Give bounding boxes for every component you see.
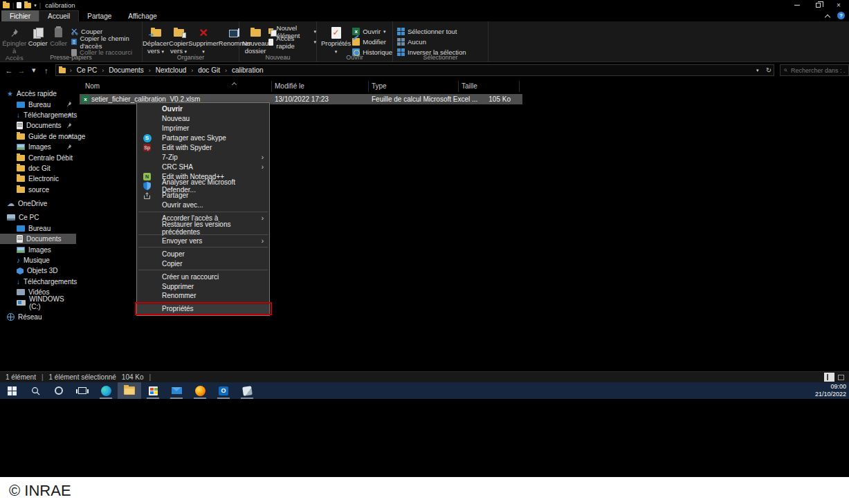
select-none-button[interactable]: Aucun [397,37,466,46]
copy-path-button[interactable]: Copier le chemin d'accès [71,37,142,46]
properties-button[interactable]: Propriétés▾ [320,24,352,55]
restore-button[interactable] [807,0,828,10]
menu-item-imprimer[interactable]: Imprimer [137,124,269,133]
sidebar-item-images[interactable]: Images [0,244,76,254]
sidebar-item-documents[interactable]: Documents [0,234,76,244]
edit-button[interactable]: Modifier [352,37,392,46]
cortana-button[interactable] [47,382,71,399]
sidebar-item-doc-git[interactable]: doc Git [0,163,76,174]
menu-item-creer-raccourci[interactable]: Créer un raccourci [137,272,269,281]
sidebar-item-reseau[interactable]: Réseau [0,312,76,322]
start-button[interactable] [0,382,24,399]
column-header-modifie[interactable]: Modifié le [275,82,304,90]
menu-item-renommer[interactable]: Renommer [137,291,269,301]
menu-item-restaurer-versions[interactable]: Restaurer les versions précédentes [137,223,269,233]
sidebar-item-telechargements-qa[interactable]: ↓Téléchargements [0,110,76,120]
menu-item-crc-sha[interactable]: CRC SHA› [137,162,269,171]
taskbar-edge-button[interactable] [94,382,118,399]
sidebar-item-musique[interactable]: ♪Musique [0,255,76,265]
tab-affichage[interactable]: Affichage [120,10,165,21]
menu-item-couper[interactable]: Couper [137,249,269,259]
up-button[interactable]: ↑ [40,66,53,75]
menu-item-envoyer-vers[interactable]: Envoyer vers› [137,236,269,246]
quick-access-button[interactable]: Accès rapide▾ [268,37,316,46]
address-dropdown-icon[interactable]: ▾ [756,68,759,73]
sidebar-item-documents-qa[interactable]: Documents [0,120,76,131]
breadcrumb-documents[interactable]: Documents [109,66,144,74]
copy-button[interactable]: Copier [27,24,48,48]
new-folder-button[interactable]: Nouveaudossier [242,24,268,55]
move-to-button[interactable]: ➜ Déplacervers ▾ [143,24,169,55]
folder-icon [17,187,25,193]
large-icons-view-button[interactable] [836,373,846,382]
taskbar-store-button[interactable] [141,382,165,399]
menu-item-partager-skype[interactable]: S Partager avec Skype [137,133,269,143]
delete-button[interactable]: × Supprimer ▾ [188,24,219,55]
breadcrumb-ce-pc[interactable]: Ce PC [77,66,97,74]
sidebar-item-windows-c[interactable]: WINDOWS (C:) [0,297,76,308]
breadcrumb-nextcloud[interactable]: Nextcloud [156,66,186,74]
menu-item-ouvrir-avec[interactable]: Ouvrir avec... [137,200,269,210]
task-view-button[interactable] [71,382,94,399]
breadcrumb-doc-git[interactable]: doc Git [198,66,220,74]
select-all-button[interactable]: Sélectionner tout [397,27,466,36]
search-input[interactable] [791,67,845,74]
address-field[interactable]: › Ce PC › Documents › Nextcloud › doc Gi… [55,64,774,76]
help-icon[interactable]: ? [837,12,845,19]
tab-accueil[interactable]: Accueil [39,10,79,21]
taskbar-mail-button[interactable] [165,382,188,399]
sidebar-item-centrale-debit[interactable]: Centrale Débit [0,152,76,162]
sidebar-item-guide-de-montage[interactable]: Guide de montage [0,131,76,142]
menu-item-proprietes[interactable]: Propriétés [137,304,269,314]
column-header-nom[interactable]: Nom [85,82,100,90]
menu-item-edit-spyder[interactable]: Sp Edit with Spyder [137,143,269,153]
sidebar-item-objets-3d[interactable]: Objets 3D [0,265,76,276]
menu-item-copier[interactable]: Copier [137,259,269,268]
taskbar-explorer-button[interactable] [118,382,141,399]
taskbar-notebook-app-button[interactable] [235,382,259,399]
collapse-ribbon-icon[interactable] [825,13,830,19]
ribbon-group-organize: ➜ Déplacervers ▾ Copiervers ▾ × Supprime… [143,21,239,62]
refresh-icon[interactable]: ↻ [766,66,772,74]
copy-to-button[interactable]: Copiervers ▾ [169,24,188,55]
column-header-type[interactable]: Type [372,82,387,90]
windows-logo-icon [8,386,17,395]
menu-item-partager[interactable]: Partager [137,191,269,200]
tab-partage[interactable]: Partage [79,10,120,21]
qat-dropdown-icon[interactable]: ▾ [34,3,37,8]
sidebar-item-images-qa[interactable]: Images [0,142,76,152]
network-icon [7,313,15,321]
qat-new-folder-icon[interactable] [24,3,31,8]
sidebar-item-quick-access[interactable]: ★ Accès rapide [0,88,76,99]
paste-button[interactable]: Coller [48,24,69,48]
menu-item-nouveau[interactable]: Nouveau [137,114,269,124]
close-button[interactable]: × [828,0,849,10]
qat-properties-icon[interactable] [17,2,21,8]
open-button[interactable]: x Ouvrir▾ [352,27,392,36]
sidebar-item-ce-pc[interactable]: Ce PC [0,212,76,223]
sidebar-item-bureau[interactable]: Bureau [0,223,76,234]
details-view-button[interactable] [824,373,834,382]
column-header-taille[interactable]: Taille [462,82,477,90]
breadcrumb-calibration[interactable]: calibration [232,66,264,74]
taskbar-outlook-button[interactable]: O [212,382,235,399]
sidebar-item-electronic[interactable]: Electronic [0,174,76,184]
taskbar-firefox-button[interactable] [188,382,212,399]
menu-item-defender-scan[interactable]: Analyser avec Microsoft Defender... [137,181,269,191]
sidebar-item-bureau-qa[interactable]: Bureau [0,99,76,109]
minimize-button[interactable] [787,0,807,10]
menu-item-7zip[interactable]: 7-Zip› [137,152,269,162]
menu-item-supprimer[interactable]: Supprimer [137,281,269,291]
sidebar-item-telechargements[interactable]: ↓Téléchargements [0,277,76,287]
ribbon-tabs: Fichier Accueil Partage Affichage [0,10,849,21]
menu-item-ouvrir[interactable]: Ouvrir [137,104,269,114]
taskbar-clock[interactable]: 09:00 21/10/2022 [815,382,846,399]
taskbar-search-button[interactable] [24,382,47,399]
sidebar-item-onedrive[interactable]: ☁OneDrive [0,198,76,209]
tab-fichier[interactable]: Fichier [1,10,39,21]
back-button[interactable]: ← [3,66,15,75]
recent-locations-icon[interactable]: ▾ [28,66,40,75]
sidebar-item-source[interactable]: source [0,185,76,195]
forward-button[interactable]: → [15,66,28,75]
search-box[interactable] [780,64,849,76]
